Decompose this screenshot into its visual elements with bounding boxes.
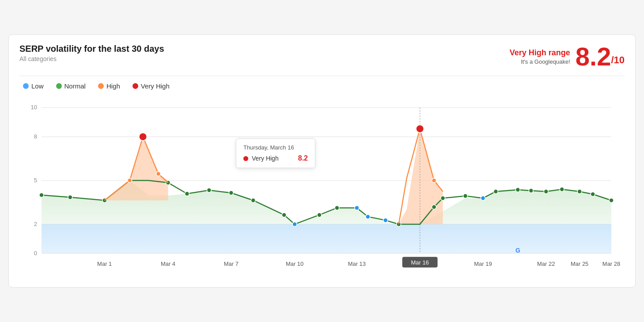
svg-point-22 bbox=[317, 213, 322, 217]
legend-dot-high bbox=[98, 83, 104, 89]
svg-point-30 bbox=[463, 194, 468, 198]
svg-point-28 bbox=[432, 205, 436, 209]
svg-text:Mar 10: Mar 10 bbox=[286, 261, 303, 267]
svg-text:Mar 19: Mar 19 bbox=[474, 261, 492, 267]
legend-dot-very-high bbox=[133, 83, 138, 89]
svg-point-16 bbox=[185, 192, 189, 196]
svg-point-13 bbox=[68, 195, 72, 199]
svg-point-20 bbox=[282, 213, 286, 217]
svg-point-25 bbox=[366, 215, 370, 219]
legend-item-normal: Normal bbox=[56, 82, 86, 90]
svg-text:8: 8 bbox=[34, 133, 37, 140]
svg-point-37 bbox=[577, 189, 582, 194]
svg-point-40 bbox=[128, 178, 132, 183]
chart-area: 0 2 5 8 10 bbox=[19, 94, 625, 280]
svg-point-35 bbox=[544, 189, 548, 194]
svg-text:Mar 28: Mar 28 bbox=[602, 261, 620, 267]
svg-point-19 bbox=[251, 198, 255, 203]
svg-point-29 bbox=[441, 196, 445, 200]
range-sub: It's a Googlequake! bbox=[510, 58, 570, 65]
score-denominator: /10 bbox=[611, 54, 625, 66]
header-left: SERP volatility for the last 30 days All… bbox=[19, 44, 164, 62]
svg-point-42 bbox=[156, 172, 161, 176]
svg-text:Mar 13: Mar 13 bbox=[348, 261, 366, 267]
svg-text:Mar 1: Mar 1 bbox=[97, 261, 112, 267]
card-subtitle: All categories bbox=[19, 55, 164, 62]
range-title: Very High range bbox=[510, 48, 570, 58]
svg-point-23 bbox=[335, 206, 339, 210]
svg-point-36 bbox=[560, 187, 564, 192]
legend-dot-normal bbox=[56, 83, 62, 89]
legend-label-high: High bbox=[106, 82, 120, 90]
svg-text:Mar 22: Mar 22 bbox=[537, 261, 555, 267]
svg-point-44 bbox=[432, 178, 436, 183]
range-label: Very High range It's a Googlequake! bbox=[510, 48, 570, 65]
svg-text:5: 5 bbox=[34, 177, 37, 184]
svg-point-43 bbox=[416, 125, 424, 133]
header-right: Very High range It's a Googlequake! 8.2 … bbox=[510, 44, 625, 69]
svg-rect-10 bbox=[42, 224, 611, 253]
legend-item-low: Low bbox=[23, 82, 44, 90]
chart-svg: 0 2 5 8 10 bbox=[19, 94, 625, 280]
legend-label-low: Low bbox=[31, 82, 44, 90]
card-header: SERP volatility for the last 30 days All… bbox=[19, 44, 625, 76]
svg-point-21 bbox=[292, 222, 297, 226]
svg-point-24 bbox=[355, 206, 359, 210]
serp-volatility-card: SERP volatility for the last 30 days All… bbox=[8, 34, 636, 288]
legend-label-normal: Normal bbox=[64, 82, 86, 90]
svg-point-41 bbox=[139, 133, 147, 141]
svg-text:10: 10 bbox=[31, 104, 37, 111]
legend-item-high: High bbox=[98, 82, 120, 90]
svg-text:0: 0 bbox=[34, 250, 37, 257]
volatility-score: 8.2 bbox=[576, 44, 611, 69]
svg-text:Mar 16: Mar 16 bbox=[411, 259, 428, 266]
svg-text:Mar 4: Mar 4 bbox=[161, 261, 175, 267]
legend-dot-low bbox=[23, 83, 29, 89]
svg-point-34 bbox=[529, 188, 533, 193]
svg-point-32 bbox=[493, 189, 498, 194]
svg-point-12 bbox=[39, 193, 44, 197]
svg-point-38 bbox=[591, 192, 595, 196]
chart-legend: Low Normal High Very High bbox=[19, 82, 625, 90]
card-title: SERP volatility for the last 30 days bbox=[19, 44, 164, 54]
svg-text:G: G bbox=[515, 247, 520, 254]
svg-text:2: 2 bbox=[34, 221, 37, 227]
legend-item-very-high: Very High bbox=[133, 82, 170, 90]
svg-point-17 bbox=[207, 188, 211, 192]
svg-point-18 bbox=[229, 191, 233, 195]
svg-point-26 bbox=[383, 218, 388, 222]
svg-point-39 bbox=[609, 198, 614, 203]
svg-point-31 bbox=[481, 196, 485, 200]
legend-label-very-high: Very High bbox=[141, 82, 170, 90]
svg-text:Mar 25: Mar 25 bbox=[571, 261, 588, 267]
svg-point-33 bbox=[515, 188, 520, 192]
svg-text:Mar 7: Mar 7 bbox=[224, 261, 239, 267]
